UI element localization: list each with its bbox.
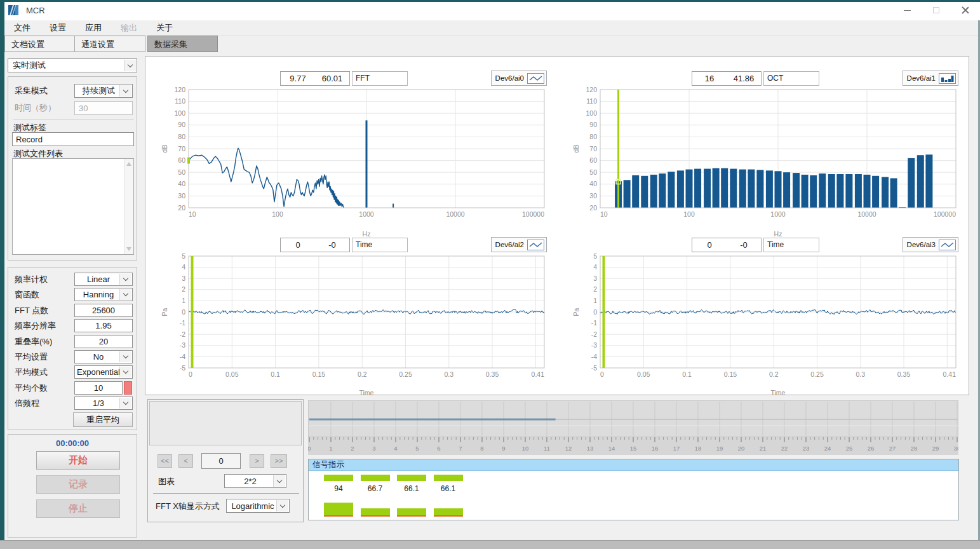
setting-input-4[interactable] bbox=[74, 335, 133, 348]
svg-text:25: 25 bbox=[846, 445, 853, 452]
window-title: MCR bbox=[26, 6, 45, 15]
signal-indicator-body: 9466.766.166.1 bbox=[309, 471, 958, 520]
mcr-application-window: MCR 文件设置应用输出关于 文档设置通道设置数据采集 实时测试 采集模式 持续… bbox=[0, 0, 980, 549]
test-label-input[interactable] bbox=[12, 132, 134, 146]
svg-text:3: 3 bbox=[593, 274, 597, 282]
divider bbox=[153, 493, 299, 494]
time-chart-plot[interactable]: -5-4-3-2-101234500.050.10.150.20.250.30.… bbox=[570, 252, 967, 398]
next-page-button[interactable]: > bbox=[250, 454, 264, 468]
setting-input-7[interactable] bbox=[74, 381, 123, 395]
scroll-down-icon[interactable] bbox=[126, 247, 131, 251]
chart-type-field[interactable]: Time bbox=[763, 238, 819, 252]
test-mode-select[interactable]: 实时测试 bbox=[8, 58, 137, 72]
control-sidebar: 实时测试 采集模式 持续测试 时间（秒） 测试标签 测试文件列表 bbox=[6, 57, 138, 539]
prev-page-button[interactable]: < bbox=[178, 454, 193, 468]
svg-text:8: 8 bbox=[480, 445, 483, 452]
scroll-up-icon[interactable] bbox=[126, 162, 131, 166]
tab-0[interactable]: 文档设置 bbox=[4, 36, 75, 52]
window-frame-top bbox=[0, 0, 980, 2]
acquisition-mode-select[interactable]: 持续测试 bbox=[74, 84, 133, 98]
svg-text:60: 60 bbox=[178, 156, 185, 164]
cursor-x-value: 0 bbox=[281, 238, 315, 252]
last-page-button[interactable]: >> bbox=[271, 454, 287, 468]
svg-text:0.41: 0.41 bbox=[943, 370, 957, 378]
svg-text:22: 22 bbox=[781, 445, 788, 452]
chevron-down-icon bbox=[119, 289, 131, 300]
svg-text:9: 9 bbox=[502, 445, 505, 452]
setting-select-1[interactable]: Hanning bbox=[74, 288, 133, 301]
channel-name: Dev6/ai2 bbox=[495, 241, 524, 248]
average-count-flag bbox=[124, 381, 132, 395]
start-button[interactable]: 开始 bbox=[36, 451, 120, 470]
svg-text:dB: dB bbox=[572, 145, 580, 153]
svg-text:0.3: 0.3 bbox=[856, 370, 865, 378]
chevron-down-icon bbox=[119, 367, 131, 377]
signal-clip-baseline-2 bbox=[397, 515, 426, 517]
svg-text:120: 120 bbox=[586, 86, 597, 93]
channel-selector-button[interactable]: Dev6/ai2 bbox=[491, 237, 547, 252]
channel-selector-button[interactable]: Dev6/ai0 bbox=[491, 71, 547, 86]
menu-item-4[interactable]: 关于 bbox=[147, 20, 182, 36]
signal-clip-baseline-1 bbox=[361, 515, 390, 517]
chevron-down-icon bbox=[119, 351, 131, 362]
svg-text:-3: -3 bbox=[180, 341, 185, 349]
setting-select-6[interactable]: Exponential bbox=[74, 365, 133, 379]
restart-average-button[interactable]: 重启平均 bbox=[73, 412, 133, 427]
chart-layout-value: 2*2 bbox=[244, 477, 267, 486]
chart-type-field[interactable]: Time bbox=[352, 238, 408, 252]
channel-selector-button[interactable]: Dev6/ai1 bbox=[903, 71, 958, 86]
menu-item-1[interactable]: 设置 bbox=[40, 20, 76, 36]
timeline-ruler[interactable]: 0123456789101112131415161718192021222324… bbox=[308, 400, 958, 455]
tab-2[interactable]: 数据采集 bbox=[147, 36, 218, 52]
bars-icon bbox=[939, 73, 956, 84]
svg-text:110: 110 bbox=[586, 97, 597, 105]
svg-text:30: 30 bbox=[954, 445, 958, 452]
time-chart-plot[interactable]: -5-4-3-2-101234500.050.10.150.20.250.30.… bbox=[158, 252, 556, 398]
maximize-button[interactable] bbox=[922, 0, 951, 20]
close-button[interactable] bbox=[951, 0, 980, 20]
svg-text:24: 24 bbox=[824, 445, 831, 452]
svg-text:0: 0 bbox=[308, 445, 311, 452]
svg-text:0.3: 0.3 bbox=[444, 370, 453, 378]
chart-layout-select[interactable]: 2*2 bbox=[224, 474, 286, 488]
menu-item-2[interactable]: 应用 bbox=[76, 20, 111, 36]
oct-chart-plot[interactable]: 2030405060708090100110120101001000100001… bbox=[570, 86, 967, 240]
setting-label: 频率分辨率 bbox=[15, 320, 56, 332]
setting-select-5[interactable]: No bbox=[74, 350, 133, 363]
chevron-down-icon bbox=[273, 475, 285, 487]
minimize-icon bbox=[904, 10, 911, 11]
setting-label: 窗函数 bbox=[15, 289, 39, 301]
setting-input-2[interactable] bbox=[74, 304, 133, 317]
svg-text:29: 29 bbox=[932, 445, 939, 452]
channel-selector-button[interactable]: Dev6/ai3 bbox=[903, 237, 958, 252]
chart-header: 1641.86OCTDev6/ai1 bbox=[557, 71, 969, 86]
page-index-field[interactable]: 0 bbox=[201, 453, 241, 469]
test-file-list[interactable] bbox=[12, 158, 134, 255]
minimize-button[interactable] bbox=[892, 0, 922, 20]
svg-text:20: 20 bbox=[738, 445, 745, 452]
menu-item-0[interactable]: 文件 bbox=[4, 20, 40, 36]
first-page-button[interactable]: << bbox=[158, 454, 172, 468]
svg-text:100: 100 bbox=[272, 210, 283, 218]
svg-text:-1: -1 bbox=[180, 319, 185, 327]
setting-select-0[interactable]: Linear bbox=[74, 273, 133, 286]
fft-xaxis-select[interactable]: Logarithmic bbox=[226, 499, 290, 513]
chart-cell-Dev6-ai1: 1641.86OCTDev6/ai12030405060708090100110… bbox=[557, 57, 969, 227]
cursor-readout: 9.7760.01 bbox=[280, 71, 350, 86]
signal-indicator-panel: 信号指示 9466.766.166.1 bbox=[308, 459, 959, 520]
signal-clip-baseline-0 bbox=[324, 515, 353, 517]
setting-input-3[interactable] bbox=[74, 319, 133, 332]
tab-1[interactable]: 通道设置 bbox=[75, 36, 145, 52]
signal-value-0: 94 bbox=[324, 484, 353, 493]
record-timeline[interactable]: 0123456789101112131415161718192021222324… bbox=[308, 400, 958, 455]
svg-text:11: 11 bbox=[544, 445, 550, 452]
scrollbar[interactable] bbox=[124, 159, 133, 254]
fft-chart-plot[interactable]: 2030405060708090100110120101001000100001… bbox=[158, 86, 556, 240]
svg-text:12: 12 bbox=[565, 445, 572, 452]
setting-label: 平均设置 bbox=[15, 351, 48, 363]
chart-type-field[interactable]: OCT bbox=[763, 71, 819, 86]
setting-select-8[interactable]: 1/3 bbox=[74, 396, 133, 410]
svg-text:-4: -4 bbox=[180, 353, 185, 360]
chart-type-field[interactable]: FFT bbox=[352, 71, 408, 86]
svg-text:-1: -1 bbox=[591, 319, 597, 327]
